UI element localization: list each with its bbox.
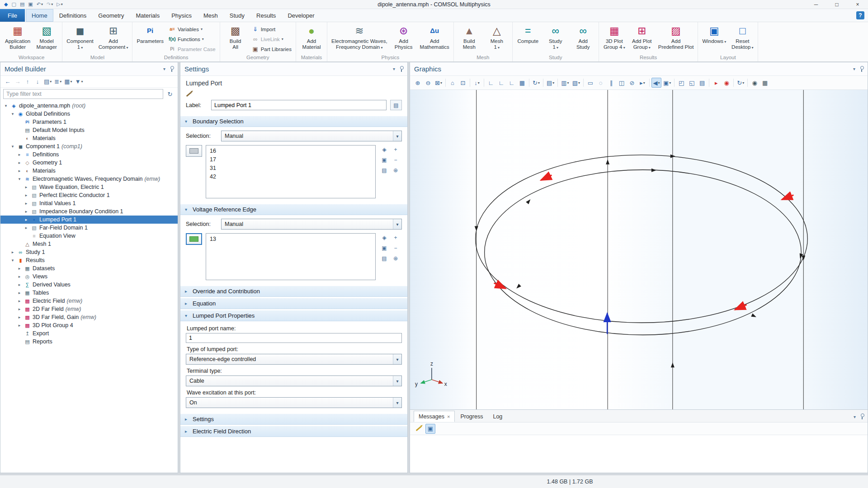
tree-item-equation-view[interactable]: ≡Equation View <box>0 232 178 240</box>
settings-section-header[interactable]: ▸ Settings <box>180 413 407 425</box>
tree-item-geometry-1[interactable]: ▸◇Geometry 1 <box>0 159 178 167</box>
probe-marker-button[interactable]: ◉ <box>722 78 731 88</box>
remove-from-selection-button[interactable]: − <box>391 244 401 253</box>
maximize-button[interactable]: □ <box>826 0 847 9</box>
filter-button[interactable]: ▼▾ <box>74 77 84 86</box>
undo-icon[interactable]: ↶▾ <box>35 0 44 9</box>
transparency-button[interactable]: ∥ <box>606 78 616 88</box>
tree-item-materials[interactable]: ▸◐Materials <box>0 167 178 175</box>
variables-button[interactable]: a=Variables▾ <box>167 24 217 34</box>
build-all-button[interactable]: ▩Build All <box>222 23 249 51</box>
view-along-y-button[interactable]: ∟ <box>496 78 506 88</box>
livelink-button[interactable]: ∞LiveLink▾ <box>250 34 293 44</box>
selection-value[interactable]: 17 <box>210 155 372 164</box>
boundary-selection-combo[interactable]: Manual ▾ <box>221 131 402 141</box>
select-box-button[interactable]: ▭ <box>585 78 595 88</box>
view-orientation-button[interactable]: ↓▾ <box>472 78 482 88</box>
color-settings-button[interactable]: ▥▾ <box>560 78 570 88</box>
label-input[interactable] <box>211 100 387 110</box>
panel-menu-icon[interactable]: ▾ <box>393 66 395 71</box>
3d-plot-group-4-button[interactable]: ▦3D Plot Group 4 ▾ <box>601 23 627 51</box>
tab-definitions[interactable]: Definitions <box>53 9 93 22</box>
tree-item-views[interactable]: ▸◎Views <box>0 272 178 281</box>
tree-item-materials[interactable]: ◐Materials <box>0 134 178 142</box>
tree-chevron-icon[interactable]: ▸ <box>24 225 29 230</box>
tree-chevron-icon[interactable]: ▾ <box>17 177 22 181</box>
override-and-contribution-header[interactable]: ▸ Override and Contribution <box>180 286 407 297</box>
tree-chevron-icon[interactable]: ▾ <box>10 258 15 263</box>
move-up-button[interactable]: ↑ <box>23 77 32 86</box>
zoom-extents-button[interactable]: ⊠▾ <box>434 78 443 88</box>
tree-item-3d-far-field-gain[interactable]: ▸▩3D Far Field, Gain(emw) <box>0 313 178 321</box>
forward-button[interactable]: → <box>13 77 22 86</box>
electromagnetic-waves-frequency-domain-button[interactable]: ≋Electromagnetic Waves, Frequency Domain… <box>330 23 389 51</box>
add-physics-button[interactable]: ⊛Add Physics <box>391 23 417 51</box>
tree-item-wave-equation-electric-1[interactable]: ▸▧Wave Equation, Electric 1 <box>0 183 178 191</box>
selection-value[interactable]: 16 <box>210 147 372 155</box>
tree-chevron-icon[interactable]: ▸ <box>17 152 22 157</box>
model-tree-nodes-button[interactable]: ≣▾ <box>53 77 62 86</box>
terminal-type-select[interactable]: Cable▾ <box>186 375 402 386</box>
boundary-active-toggle[interactable] <box>186 145 202 157</box>
electric-field-direction-header[interactable]: ▸ Electric Field Direction <box>180 426 407 437</box>
tree-item-default-model-inputs[interactable]: ▤Default Model Inputs <box>0 126 178 134</box>
create-selection-button[interactable]: ◈ <box>379 233 389 242</box>
select-lasso-button[interactable]: ◌ <box>596 78 606 88</box>
redo-icon[interactable]: ↷▾ <box>45 0 54 9</box>
move-down-button[interactable]: ↓ <box>33 77 42 86</box>
tab-progress[interactable]: Progress <box>456 411 487 422</box>
add-study-button[interactable]: ∞Add Study <box>570 23 596 51</box>
add-predefined-plot-button[interactable]: ▨Add Predefined Plot <box>656 23 696 51</box>
panel-menu-icon[interactable]: ▾ <box>163 66 165 71</box>
selection-value[interactable]: 42 <box>210 173 372 181</box>
tree-item-global-definitions[interactable]: ▾◉Global Definitions <box>0 110 178 118</box>
snapshot-button[interactable]: ◉ <box>750 78 760 88</box>
tree-item-3d-plot-group-4[interactable]: ▸▩3D Plot Group 4 <box>0 321 178 329</box>
tree-item-2d-far-field[interactable]: ▸▩2D Far Field(emw) <box>0 305 178 313</box>
add-to-selection-button[interactable]: + <box>391 233 401 242</box>
label-tag-button[interactable]: ▤ <box>390 100 402 110</box>
tree-chevron-icon[interactable]: ▸ <box>24 201 29 206</box>
tree-item-results[interactable]: ▾▮Results <box>0 256 178 264</box>
copy-selection-button[interactable]: ▣ <box>379 244 389 253</box>
edit-pencil-icon[interactable] <box>186 92 192 97</box>
tab-physics[interactable]: Physics <box>165 9 198 22</box>
tab-developer[interactable]: Developer <box>282 9 320 22</box>
add-plot-group-button[interactable]: ⊞Add Plot Group ▾ <box>629 23 655 51</box>
tree-chevron-icon[interactable]: ▸ <box>17 160 22 165</box>
voltage-reference-edge-header[interactable]: ▾ Voltage Reference Edge <box>180 204 407 215</box>
select-paint-button[interactable]: ▸ <box>711 78 721 88</box>
tree-item-far-field-domain-1[interactable]: ▸▧Far-Field Domain 1 <box>0 224 178 232</box>
filter-input[interactable] <box>3 89 163 99</box>
show-grid-button[interactable]: ▦ <box>517 78 527 88</box>
comsol-logo-icon[interactable]: ◆ <box>3 0 9 9</box>
material-rendering-button[interactable]: ▧▾ <box>571 78 581 88</box>
tree-item-reports[interactable]: ▤Reports <box>0 338 178 346</box>
rotate-view-button[interactable]: ↻▾ <box>736 78 745 88</box>
tree-item-tables[interactable]: ▸▦Tables <box>0 289 178 297</box>
tree-item-export[interactable]: ↥Export <box>0 329 178 338</box>
tab-study[interactable]: Study <box>224 9 250 22</box>
view-along-x-button[interactable]: ∟ <box>486 78 496 88</box>
tab-results[interactable]: Results <box>250 9 282 22</box>
selection-value[interactable]: 13 <box>210 235 372 244</box>
paste-selection-button[interactable]: ▤ <box>379 166 389 175</box>
tree-chevron-icon[interactable]: ▸ <box>17 299 22 303</box>
print-button[interactable]: ▦ <box>760 78 770 88</box>
tree-chevron-icon[interactable]: ▾ <box>10 112 15 116</box>
voltage-selection-combo[interactable]: Manual ▾ <box>221 219 402 230</box>
tree-item-study-1[interactable]: ▸∞Study 1 <box>0 248 178 256</box>
tree-chevron-icon[interactable]: ▸ <box>24 185 29 189</box>
pin-icon[interactable] <box>170 66 174 72</box>
add-mathematics-button[interactable]: ΔuAdd Mathematics <box>418 23 451 51</box>
go-to-default-view-button[interactable]: ⌂ <box>448 78 458 88</box>
tree-item-electromagnetic-waves-frequency-domain[interactable]: ▾≋Electromagnetic Waves, Frequency Domai… <box>0 175 178 183</box>
tree-item-perfect-electric-conductor-1[interactable]: ▸▧Perfect Electric Conductor 1 <box>0 191 178 199</box>
tab-geometry[interactable]: Geometry <box>92 9 130 22</box>
part-libraries-button[interactable]: ▣Part Libraries <box>250 44 293 54</box>
remove-from-selection-button[interactable]: − <box>391 155 401 164</box>
wave-excitation-at-this-port-select[interactable]: On▾ <box>186 397 402 408</box>
voltage-selection-list[interactable]: 13 <box>206 233 376 280</box>
tree-chevron-icon[interactable]: ▾ <box>10 144 15 149</box>
back-button[interactable]: ← <box>3 77 12 86</box>
